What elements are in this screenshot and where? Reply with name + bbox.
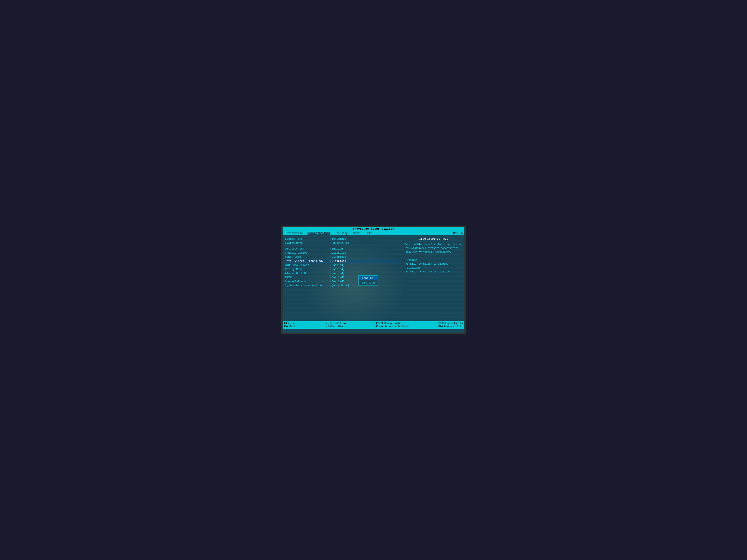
right-panel: Item Specific Help When enabled, a VM so… bbox=[403, 235, 464, 321]
value-dptf[interactable]: [Enabled] bbox=[330, 276, 344, 279]
menu-security[interactable]: Security bbox=[334, 232, 348, 235]
footer-enter-key: Enter bbox=[376, 325, 384, 328]
footer-f1-help: F1 Help bbox=[284, 322, 295, 325]
label-system-date: System Date bbox=[285, 242, 330, 245]
help-line-3: provided by Virtual Technology. bbox=[406, 250, 462, 254]
footer-enter: Enter Select ► SubMenu bbox=[376, 325, 408, 328]
row-system-date: System Date [08/19/2020] bbox=[285, 242, 400, 245]
value-power-beep[interactable]: [Disabled] bbox=[330, 256, 346, 259]
bios-screen-wrapper: InsydeH2O Setup Utility Information Conf… bbox=[281, 225, 466, 335]
menu-information[interactable]: Information bbox=[284, 232, 304, 235]
label-dptf: DPTF bbox=[285, 276, 330, 279]
footer-arrows-key: ↑↓ bbox=[326, 322, 329, 325]
footer-bar: F1 Help Esc Exit ↑↓ Select Item ↔ Select… bbox=[283, 321, 464, 329]
help-text: When enabled, a VM software can utiliz t… bbox=[406, 243, 462, 274]
footer-col-4: F9 Setup Defaults F10 Save and Exit bbox=[438, 322, 463, 328]
footer-f5f6: F5/F6 Change Values bbox=[376, 322, 408, 325]
row-power-beep: Power Beep [Disabled] bbox=[285, 256, 400, 259]
footer-arrows-desc: Select Item bbox=[330, 322, 346, 325]
footer-col-2: ↑↓ Select Item ↔ Select Menu bbox=[326, 322, 346, 328]
value-system-time[interactable]: [10:00:26] bbox=[330, 237, 346, 240]
footer-f9-desc: Setup Defaults bbox=[442, 322, 463, 325]
footer-f10-key: F10 bbox=[438, 325, 443, 328]
help-line-7: [Disabled] bbox=[406, 266, 462, 270]
label-system-time: System Time bbox=[285, 237, 330, 240]
footer-col-3: F5/F6 Change Values Enter Select ► SubMe… bbox=[376, 322, 408, 328]
value-onekeybattery[interactable]: [Enabled] bbox=[330, 280, 344, 283]
main-content: System Time [10:00:26] System Date [08/1… bbox=[283, 235, 464, 321]
footer-f1-key: F1 bbox=[284, 322, 287, 325]
footer-f1-desc: Help bbox=[288, 322, 294, 325]
dropdown-option-enabled[interactable]: Enabled bbox=[359, 276, 378, 281]
footer-f5f6-key: F5/F6 bbox=[376, 322, 384, 325]
revision: Rev. 5 bbox=[453, 232, 463, 235]
label-system-perf-mode: System Performance Mode bbox=[285, 284, 330, 287]
label-always-on-usb: Always On USB bbox=[285, 272, 330, 275]
label-wireless-lan: Wireless LAN bbox=[285, 247, 330, 250]
label-bios-back-flash: BIOS Back Flash bbox=[285, 264, 330, 267]
row-onekeybattery: OneKeyBattery [Enabled] bbox=[285, 280, 400, 283]
footer-f5f6-desc: Change Values bbox=[384, 322, 404, 325]
footer-esc-exit: Esc Exit bbox=[284, 325, 295, 328]
footer-arrows-select: ↑↓ Select Item bbox=[326, 322, 346, 325]
value-wireless-lan[interactable]: [Enabled] bbox=[330, 247, 344, 250]
footer-enter-desc: Select ► SubMenu bbox=[384, 325, 408, 328]
label-graphic-device: Graphic Device bbox=[285, 251, 330, 255]
row-always-on-usb: Always On USB [Enabled] bbox=[285, 272, 400, 275]
row-system-time: System Time [10:00:26] bbox=[285, 237, 400, 240]
title-text: InsydeH2O Setup Utility bbox=[353, 228, 394, 231]
menu-exit[interactable]: Exit bbox=[365, 232, 373, 235]
help-line-1: When enabled, a VM software can utiliz bbox=[406, 243, 462, 246]
footer-f10-desc: Save and Exit bbox=[443, 325, 463, 328]
value-system-perf-mode[interactable]: [Quiet Mode] bbox=[330, 284, 349, 287]
value-graphic-device[interactable]: [Discrete] bbox=[330, 251, 346, 255]
row-system-perf-mode: System Performance Mode [Quiet Mode] bbox=[285, 284, 400, 287]
footer-esc-desc: Exit bbox=[289, 325, 295, 328]
help-line-5: [Enabled] bbox=[406, 258, 462, 262]
value-bios-back-flash[interactable]: [Enabled] bbox=[330, 264, 344, 267]
bios-screen: InsydeH2O Setup Utility Information Conf… bbox=[283, 227, 464, 333]
help-title: Item Specific Help bbox=[406, 237, 462, 240]
dropdown-option-disabled[interactable]: Disabled bbox=[359, 281, 378, 285]
row-bios-back-flash: BIOS Back Flash [Enabled] bbox=[285, 264, 400, 267]
footer-f9: F9 Setup Defaults bbox=[438, 322, 463, 325]
menu-boot[interactable]: Boot bbox=[353, 232, 361, 235]
value-system-date[interactable]: [08/19/2020] bbox=[330, 242, 349, 245]
menu-configuration[interactable]: Configuration bbox=[308, 232, 330, 235]
value-intel-vt[interactable]: [Disabled] bbox=[330, 260, 346, 263]
footer-col-1: F1 Help Esc Exit bbox=[284, 322, 295, 328]
row-wireless-lan: Wireless LAN [Enabled] bbox=[285, 247, 400, 250]
help-line-2: the additional hardware capabilities bbox=[406, 246, 462, 250]
label-onekeybattery: OneKeyBattery bbox=[285, 280, 330, 283]
row-hotkey-mode: HotKey Mode [Enabled] bbox=[285, 268, 400, 271]
help-line-6: Virtual Technology is enabled. bbox=[406, 262, 462, 266]
value-always-on-usb[interactable]: [Enabled] bbox=[330, 272, 344, 275]
row-dptf: DPTF [Enabled] bbox=[285, 276, 400, 279]
title-bar: InsydeH2O Setup Utility bbox=[283, 227, 464, 231]
footer-lr-desc: Select Menu bbox=[328, 325, 344, 328]
value-hotkey-mode[interactable]: [Enabled] bbox=[330, 268, 344, 271]
footer-f9-key: F9 bbox=[438, 322, 441, 325]
footer-esc-key: Esc bbox=[284, 325, 289, 328]
row-graphic-device: Graphic Device [Discrete] bbox=[285, 251, 400, 255]
left-panel: System Time [10:00:26] System Date [08/1… bbox=[283, 235, 403, 321]
help-line-8: Virtual Technology is disabled. bbox=[406, 270, 462, 274]
label-hotkey-mode: HotKey Mode bbox=[285, 268, 330, 271]
menu-bar: Information Configuration Security Boot … bbox=[283, 231, 464, 235]
footer-f10: F10 Save and Exit bbox=[438, 325, 463, 328]
dropdown-popup[interactable]: Enabled Disabled bbox=[358, 275, 379, 286]
footer-lr-menu: ↔ Select Menu bbox=[326, 325, 346, 328]
label-intel-vt: Intel Virtual Technology bbox=[285, 260, 330, 263]
footer-lr-key: ↔ bbox=[326, 325, 327, 328]
label-power-beep: Power Beep bbox=[285, 256, 330, 259]
row-intel-vt[interactable]: Intel Virtual Technology [Disabled] bbox=[285, 260, 400, 263]
